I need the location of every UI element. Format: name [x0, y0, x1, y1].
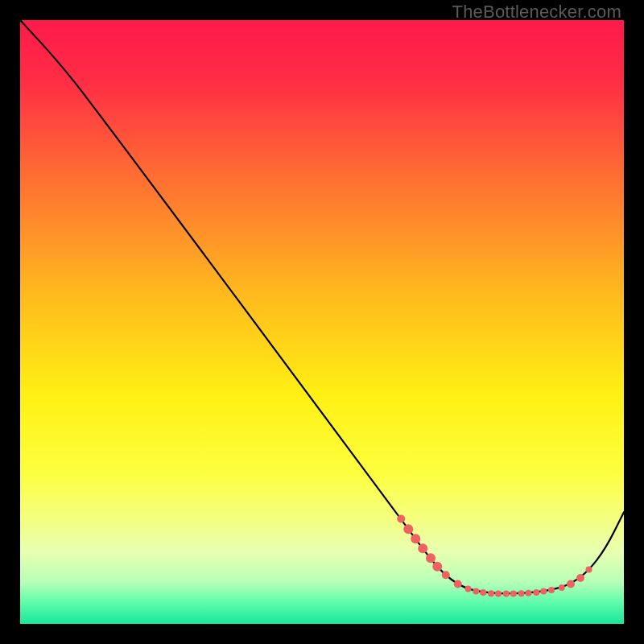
data-marker: [526, 590, 532, 597]
data-marker: [480, 589, 486, 596]
data-marker: [510, 591, 517, 597]
data-marker: [586, 567, 592, 573]
data-marker: [432, 562, 442, 572]
data-marker: [426, 553, 436, 563]
data-marker: [548, 587, 555, 593]
data-marker: [488, 590, 494, 597]
curve-layer: [20, 20, 624, 624]
data-marker: [465, 586, 472, 592]
data-marker: [540, 588, 547, 595]
data-marker: [411, 534, 420, 543]
data-marker: [503, 591, 510, 597]
data-marker: [397, 515, 405, 523]
data-marker: [403, 524, 413, 534]
data-marker: [495, 591, 502, 597]
data-marker: [559, 584, 565, 591]
bottleneck-curve: [20, 20, 624, 593]
data-marker: [518, 590, 525, 597]
data-marker: [576, 574, 584, 582]
data-marker: [567, 580, 575, 588]
data-marker: [454, 580, 462, 588]
plot-area: [20, 20, 624, 624]
data-marker: [418, 543, 427, 553]
chart-container: TheBottlenecker.com: [0, 0, 644, 644]
data-marker: [473, 588, 479, 595]
data-markers: [397, 515, 592, 597]
data-marker: [442, 571, 450, 579]
data-marker: [533, 589, 539, 596]
